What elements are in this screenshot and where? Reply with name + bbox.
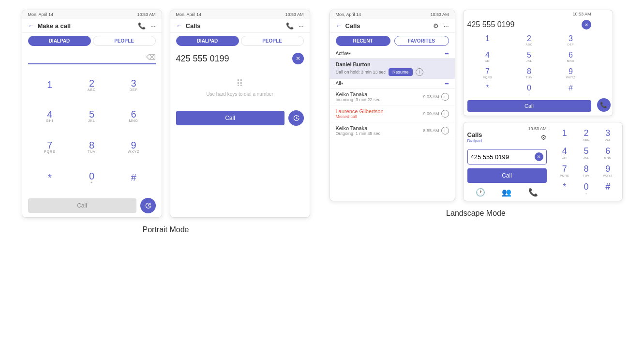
ls-status-top: 10:53 AM	[464, 10, 595, 18]
ls-key-6[interactable]: 6MNO	[551, 49, 591, 64]
key-2-1[interactable]: 2ABC	[77, 70, 106, 99]
bl-key-7[interactable]: 7PQRS	[554, 162, 575, 179]
filter-icon-all[interactable]: ⚌	[445, 81, 449, 86]
ls-clear-top[interactable]: ✕	[582, 20, 591, 30]
filter-icon-active[interactable]: ⚌	[445, 51, 449, 56]
bl-clear-btn[interactable]: ✕	[535, 152, 543, 161]
bl-key-3[interactable]: 3DEF	[598, 126, 618, 143]
bl-key-hash[interactable]: #	[598, 180, 618, 197]
ls-key-7[interactable]: 7PQRS	[467, 65, 508, 81]
ls-phone-number-top: 425 555 0199	[467, 20, 580, 29]
phone-icon-1[interactable]: 📞	[138, 22, 146, 30]
dial-input-1[interactable]	[28, 53, 146, 61]
key-7-1[interactable]: 7PQRS	[35, 132, 64, 161]
ls-key-0[interactable]: 0+	[509, 82, 550, 97]
back-arrow-2[interactable]: ←	[176, 22, 183, 30]
status-bar-calls: Mon, April 14 10:53 AM	[330, 10, 455, 19]
tab-dialpad-1[interactable]: DIALPAD	[28, 36, 91, 46]
more-icon-2[interactable]: ···	[299, 22, 304, 30]
history-btn-2[interactable]	[288, 110, 304, 126]
contact-info-1: Laurence Gilbertson Missed call	[336, 108, 423, 119]
tab-people-2[interactable]: PEOPLE	[241, 36, 304, 46]
key-0-1[interactable]: 0+	[77, 163, 106, 192]
ls-key-1[interactable]: 1	[467, 32, 508, 48]
bl-call-btn[interactable]: Call	[467, 168, 547, 183]
settings-icon-calls[interactable]: ⚙	[433, 22, 439, 30]
tab-dialpad-2[interactable]: DIALPAD	[176, 36, 239, 46]
info-btn-hold[interactable]: i	[416, 68, 423, 76]
more-icon-calls[interactable]: ···	[444, 22, 449, 30]
gear-icon-bl[interactable]: ⚙	[540, 134, 547, 141]
bl-key-star[interactable]: *	[554, 180, 575, 197]
more-icon-1[interactable]: ···	[150, 22, 156, 30]
key-6-1[interactable]: 6MNO	[119, 101, 148, 130]
bl-phone-icon[interactable]: 📞	[528, 188, 538, 197]
screen2-phone-input-row: 425 555 0199 ✕	[176, 53, 304, 64]
ls-key-5[interactable]: 5JKL	[509, 49, 550, 64]
info-btn-2[interactable]: i	[441, 127, 449, 134]
ls-key-9[interactable]: 9WXYZ	[551, 65, 591, 81]
contact-info-2: Keiko Tanaka Outgoing: 1 min 45 sec	[336, 125, 423, 136]
key-8-1[interactable]: 8TUV	[77, 132, 106, 161]
screen2-tabs: DIALPAD PEOPLE	[170, 33, 310, 49]
calls-title: Calls	[345, 22, 433, 30]
call-detail-0: Incoming: 3 min 22 sec	[336, 97, 423, 102]
key-9-1[interactable]: 9WXYZ	[119, 132, 148, 161]
tab-favorites[interactable]: FAVORITES	[394, 36, 449, 46]
bl-key-5[interactable]: 5JKL	[576, 144, 597, 161]
screen1-header: ← Make a call 📞 ···	[22, 19, 162, 33]
screen-calls-dialpad: Mon, April 14 10:53 AM ← Calls 📞 ··· DIA…	[170, 10, 310, 218]
landscape-dialpad-bottom: 10:53 AM Calls Dialpad ⚙ 425 555 0199 ✕	[463, 122, 623, 201]
call-button-2[interactable]: Call	[176, 111, 285, 125]
call-button-1[interactable]: Call	[28, 198, 136, 213]
phone-icon-2[interactable]: 📞	[286, 22, 294, 30]
backspace-1[interactable]: ⌫	[146, 53, 156, 61]
ls-key-4[interactable]: 4GHI	[467, 49, 508, 64]
bl-key-4[interactable]: 4GHI	[554, 144, 575, 161]
dialpad-dots-icon: ⠿	[180, 78, 300, 90]
bl-history-icon[interactable]: 🕐	[476, 188, 485, 197]
bl-key-6[interactable]: 6MNO	[598, 144, 618, 161]
ls-time-top: 10:53 AM	[572, 12, 591, 16]
on-hold-name: Daniel Burton	[336, 61, 449, 67]
ls-call-btn-top[interactable]: Call	[467, 100, 591, 112]
back-arrow-1[interactable]: ←	[28, 22, 35, 30]
bl-key-9[interactable]: 9WXYZ	[598, 162, 618, 179]
time-calls: 10:53 AM	[430, 12, 449, 17]
key-3-1[interactable]: 3DEF	[119, 70, 148, 99]
bl-contacts-icon[interactable]: 👥	[502, 188, 511, 197]
bl-key-8[interactable]: 8TUV	[576, 162, 597, 179]
history-btn-1[interactable]	[140, 198, 156, 213]
back-arrow-calls[interactable]: ←	[336, 22, 343, 30]
call-time-2: 8:55 AM	[423, 128, 439, 133]
info-btn-1[interactable]: i	[441, 110, 449, 118]
key-1-1[interactable]: 1	[35, 70, 64, 99]
portrait-label: Portrait Mode	[142, 225, 189, 234]
ls-key-3[interactable]: 3DEF	[551, 32, 591, 48]
landscape-section: Mon, April 14 10:53 AM ← Calls ⚙ ··· REC…	[329, 10, 623, 234]
dial-hint: ⠿ Use hard keys to dial a number	[170, 68, 310, 106]
bl-key-0[interactable]: 0+	[576, 180, 597, 197]
key-star-1[interactable]: *	[35, 163, 64, 192]
key-4-1[interactable]: 4GHI	[35, 101, 64, 130]
ls-key-2[interactable]: 2ABC	[509, 32, 550, 48]
bl-key-2[interactable]: 2ABC	[576, 126, 597, 143]
tab-people-1[interactable]: PEOPLE	[93, 36, 156, 46]
resume-button[interactable]: Resume	[389, 68, 413, 76]
active-chevron[interactable]: ▾	[349, 51, 351, 56]
bl-status: 10:53 AM	[467, 126, 547, 131]
ls-phone-icon-top[interactable]: 📞	[597, 98, 611, 112]
tab-recent[interactable]: RECENT	[336, 36, 390, 46]
key-hash-1[interactable]: #	[119, 163, 148, 192]
key-5-1[interactable]: 5JKL	[77, 101, 106, 130]
time-2: 10:53 AM	[285, 12, 303, 17]
info-btn-0[interactable]: i	[441, 93, 449, 101]
clear-btn-2[interactable]: ✕	[292, 53, 304, 64]
ls-key-hash[interactable]: #	[551, 82, 591, 97]
ls-key-8[interactable]: 8TUV	[509, 65, 550, 81]
hint-text: Use hard keys to dial a number	[180, 91, 300, 97]
bl-key-1[interactable]: 1	[554, 126, 575, 143]
landscape-right-col: 10:53 AM 425 555 0199 ✕ 1 2ABC 3DEF 4GHI…	[463, 10, 623, 201]
all-chevron[interactable]: ▾	[341, 81, 343, 86]
ls-key-star[interactable]: *	[467, 82, 508, 97]
